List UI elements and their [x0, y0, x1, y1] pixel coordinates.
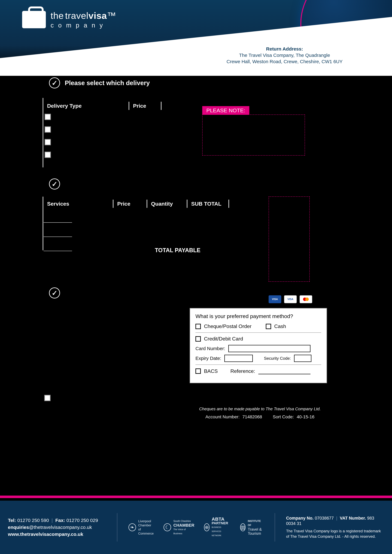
- fax-value: 01270 250 029: [66, 518, 98, 523]
- check-icon: ✓: [49, 287, 60, 298]
- account-number: 71482068: [242, 414, 262, 419]
- agreement-checkbox[interactable]: [44, 395, 50, 401]
- th-quantity: Quantity: [147, 201, 187, 207]
- step-payment: ✓: [49, 287, 60, 298]
- p-itt-2: Travel & Tourism: [248, 527, 264, 535]
- services-header-row: Services Price Quantity SUB TOTAL: [43, 199, 229, 208]
- payment-option-row: Credit/Debit Card: [196, 336, 321, 342]
- logo-company: company: [50, 22, 116, 29]
- divider: [196, 332, 321, 333]
- logo-visa: visa: [89, 10, 107, 21]
- th-price: Price: [129, 103, 161, 109]
- card-number-field: Card Number:: [196, 345, 321, 352]
- divider: [196, 365, 321, 365]
- reference-label: Reference:: [230, 368, 255, 374]
- step-delivery-title: Please select which delivery: [65, 79, 150, 87]
- tel-label: Tel:: [8, 518, 16, 523]
- plant-icon: ❧: [128, 523, 136, 531]
- return-address-label: Return Address:: [190, 46, 379, 52]
- cheque-note: Cheques are to be made payable to The Tr…: [193, 407, 327, 411]
- security-code-input[interactable]: [294, 355, 311, 362]
- email-user: enquiries: [8, 525, 29, 530]
- visa-icon: VISA: [269, 295, 281, 303]
- partner-south-cheshire: ☾ South Cheshire CHAMBER The Voice of Bu…: [163, 519, 195, 535]
- footer: Tel: 01270 250 590 | Fax: 01270 250 029 …: [0, 501, 392, 554]
- step-services: ✓: [49, 179, 60, 189]
- company-logo: the travelvisa™ company: [22, 10, 116, 29]
- delivery-row: [45, 148, 161, 161]
- crescent-icon: ☾: [163, 523, 171, 531]
- expiry-field: Expiry Date: Security Code:: [196, 355, 321, 362]
- services-row: [44, 208, 72, 223]
- bank-details: Account Number: 71482068 Sort Code: 40-1…: [193, 414, 327, 419]
- payment-question: What is your preferred payment method?: [196, 313, 321, 319]
- delivery-row: [45, 136, 161, 148]
- card-number-input[interactable]: [228, 345, 310, 352]
- cheque-checkbox[interactable]: [196, 324, 201, 329]
- check-icon: ✓: [49, 179, 60, 189]
- services-table: Services Price Quantity SUB TOTAL: [43, 199, 229, 251]
- p-liverpool-3: Commerce: [138, 531, 154, 535]
- delivery-checkbox[interactable]: [45, 126, 51, 133]
- delivery-row: [45, 123, 161, 136]
- total-amount-box: [269, 196, 310, 282]
- website: www.thetravelvisacompany.co.uk: [8, 532, 83, 537]
- total-payable-label: TOTAL PAYABLE: [155, 247, 201, 254]
- p-abta-3: BUSINESS SERVICES NETWORK: [212, 525, 231, 538]
- p-liverpool-1: Liverpool: [138, 519, 154, 523]
- expiry-input[interactable]: [224, 355, 253, 362]
- account-number-label: Account Number:: [205, 414, 239, 419]
- footer-separator: [275, 513, 275, 541]
- p-south-3: The Voice of Business: [173, 527, 195, 535]
- return-address-line1: The Travel Visa Company, The Quadrangle: [190, 52, 379, 58]
- company-no: 07038677: [315, 516, 334, 520]
- sort-code: 40-15-16: [297, 414, 315, 419]
- footer-legal: Company No. 07038677 | VAT Number. 983 0…: [286, 515, 384, 539]
- partner-itt: ▥ INSTITUTE OF Travel & Tourism: [240, 519, 264, 535]
- header-banner: the travelvisa™ company Return Address: …: [0, 0, 392, 76]
- payment-panel: What is your preferred payment method? C…: [189, 308, 327, 383]
- email-domain: @thetravelvisacompany.co.uk: [29, 525, 92, 530]
- delivery-table: Delivery Type Price: [43, 101, 161, 161]
- th-services-price: Price: [113, 201, 147, 207]
- col-separator: [229, 200, 229, 208]
- security-code-label: Security Code:: [264, 356, 291, 361]
- step-delivery: ✓ Please select which delivery: [49, 77, 150, 89]
- card-label: Credit/Debit Card: [204, 336, 243, 342]
- partner-liverpool: ❧ Liverpool Chamber of Commerce: [128, 519, 154, 535]
- delivery-checkbox[interactable]: [45, 139, 51, 145]
- cash-checkbox[interactable]: [266, 324, 271, 329]
- expiry-label: Expiry Date:: [196, 356, 221, 361]
- card-number-label: Card Number:: [196, 346, 225, 351]
- bacs-checkbox[interactable]: [196, 368, 201, 374]
- suitcase-icon: [22, 11, 46, 28]
- card-checkbox[interactable]: [196, 336, 201, 342]
- services-row: [44, 237, 72, 251]
- footer-partners: ❧ Liverpool Chamber of Commerce ☾ South …: [128, 517, 264, 538]
- mastercard-icon: [300, 295, 312, 303]
- legal-text: The Travel Visa Company logo is a regist…: [286, 528, 384, 539]
- reference-input[interactable]: [258, 368, 310, 374]
- services-row: [44, 223, 72, 237]
- please-note-box: PLEASE NOTE:: [202, 106, 305, 156]
- company-no-label: Company No.: [286, 516, 314, 520]
- return-address: Return Address: The Travel Visa Company,…: [190, 46, 379, 65]
- fax-label: Fax:: [55, 518, 65, 523]
- p-abta-2: PARTNER: [212, 521, 231, 525]
- footer-pink-bar: [0, 496, 392, 498]
- sort-code-label: Sort Code:: [273, 414, 294, 419]
- payment-option-row: Cheque/Postal Order Cash: [196, 323, 321, 329]
- th-subtotal: SUB TOTAL: [187, 201, 229, 207]
- p-itt-1: INSTITUTE OF: [248, 519, 264, 527]
- logo-tm: ™: [107, 10, 116, 21]
- check-icon: ✓: [49, 77, 60, 89]
- footer-contact: Tel: 01270 250 590 | Fax: 01270 250 029 …: [8, 517, 106, 538]
- partner-abta: ⊕ ABTA PARTNER BUSINESS SERVICES NETWORK: [204, 517, 231, 538]
- delivery-checkbox[interactable]: [45, 152, 51, 158]
- col-separator: [161, 102, 161, 110]
- vat-label: VAT Number.: [340, 516, 366, 520]
- p-south-1: South Cheshire: [173, 519, 195, 523]
- th-services: Services: [43, 201, 113, 207]
- delivery-checkbox[interactable]: [45, 114, 51, 120]
- bacs-label: BACS: [204, 368, 218, 374]
